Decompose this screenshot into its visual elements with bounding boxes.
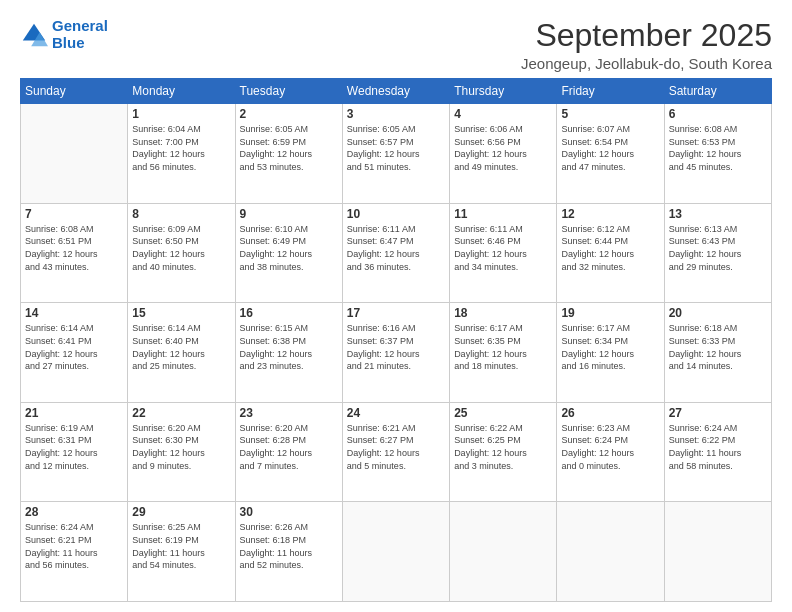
day-info: Sunrise: 6:23 AM Sunset: 6:24 PM Dayligh… — [561, 422, 659, 472]
table-cell: 19Sunrise: 6:17 AM Sunset: 6:34 PM Dayli… — [557, 303, 664, 403]
week-row-2: 7Sunrise: 6:08 AM Sunset: 6:51 PM Daylig… — [21, 203, 772, 303]
day-number: 14 — [25, 306, 123, 320]
day-info: Sunrise: 6:13 AM Sunset: 6:43 PM Dayligh… — [669, 223, 767, 273]
table-cell: 17Sunrise: 6:16 AM Sunset: 6:37 PM Dayli… — [342, 303, 449, 403]
title-block: September 2025 Jeongeup, Jeollabuk-do, S… — [521, 18, 772, 72]
table-cell — [450, 502, 557, 602]
day-info: Sunrise: 6:14 AM Sunset: 6:41 PM Dayligh… — [25, 322, 123, 372]
logo-text: General Blue — [52, 18, 108, 51]
calendar: Sunday Monday Tuesday Wednesday Thursday… — [20, 78, 772, 602]
day-info: Sunrise: 6:05 AM Sunset: 6:57 PM Dayligh… — [347, 123, 445, 173]
table-cell: 8Sunrise: 6:09 AM Sunset: 6:50 PM Daylig… — [128, 203, 235, 303]
day-number: 22 — [132, 406, 230, 420]
day-number: 21 — [25, 406, 123, 420]
day-number: 9 — [240, 207, 338, 221]
day-info: Sunrise: 6:08 AM Sunset: 6:53 PM Dayligh… — [669, 123, 767, 173]
day-number: 5 — [561, 107, 659, 121]
day-number: 17 — [347, 306, 445, 320]
table-cell: 26Sunrise: 6:23 AM Sunset: 6:24 PM Dayli… — [557, 402, 664, 502]
day-number: 20 — [669, 306, 767, 320]
day-number: 19 — [561, 306, 659, 320]
table-cell: 14Sunrise: 6:14 AM Sunset: 6:41 PM Dayli… — [21, 303, 128, 403]
table-cell — [664, 502, 771, 602]
day-info: Sunrise: 6:11 AM Sunset: 6:47 PM Dayligh… — [347, 223, 445, 273]
day-number: 10 — [347, 207, 445, 221]
day-info: Sunrise: 6:19 AM Sunset: 6:31 PM Dayligh… — [25, 422, 123, 472]
day-info: Sunrise: 6:14 AM Sunset: 6:40 PM Dayligh… — [132, 322, 230, 372]
table-cell: 3Sunrise: 6:05 AM Sunset: 6:57 PM Daylig… — [342, 104, 449, 204]
day-info: Sunrise: 6:22 AM Sunset: 6:25 PM Dayligh… — [454, 422, 552, 472]
day-info: Sunrise: 6:17 AM Sunset: 6:35 PM Dayligh… — [454, 322, 552, 372]
logo-icon — [20, 21, 48, 49]
table-cell: 20Sunrise: 6:18 AM Sunset: 6:33 PM Dayli… — [664, 303, 771, 403]
day-info: Sunrise: 6:26 AM Sunset: 6:18 PM Dayligh… — [240, 521, 338, 571]
day-number: 13 — [669, 207, 767, 221]
table-cell: 18Sunrise: 6:17 AM Sunset: 6:35 PM Dayli… — [450, 303, 557, 403]
day-number: 24 — [347, 406, 445, 420]
day-info: Sunrise: 6:09 AM Sunset: 6:50 PM Dayligh… — [132, 223, 230, 273]
table-cell: 23Sunrise: 6:20 AM Sunset: 6:28 PM Dayli… — [235, 402, 342, 502]
day-number: 23 — [240, 406, 338, 420]
day-info: Sunrise: 6:20 AM Sunset: 6:30 PM Dayligh… — [132, 422, 230, 472]
table-cell: 6Sunrise: 6:08 AM Sunset: 6:53 PM Daylig… — [664, 104, 771, 204]
day-info: Sunrise: 6:24 AM Sunset: 6:21 PM Dayligh… — [25, 521, 123, 571]
day-info: Sunrise: 6:18 AM Sunset: 6:33 PM Dayligh… — [669, 322, 767, 372]
table-cell: 27Sunrise: 6:24 AM Sunset: 6:22 PM Dayli… — [664, 402, 771, 502]
day-number: 29 — [132, 505, 230, 519]
day-number: 2 — [240, 107, 338, 121]
table-cell: 1Sunrise: 6:04 AM Sunset: 7:00 PM Daylig… — [128, 104, 235, 204]
day-number: 12 — [561, 207, 659, 221]
day-info: Sunrise: 6:25 AM Sunset: 6:19 PM Dayligh… — [132, 521, 230, 571]
week-row-4: 21Sunrise: 6:19 AM Sunset: 6:31 PM Dayli… — [21, 402, 772, 502]
day-number: 16 — [240, 306, 338, 320]
day-info: Sunrise: 6:10 AM Sunset: 6:49 PM Dayligh… — [240, 223, 338, 273]
day-info: Sunrise: 6:16 AM Sunset: 6:37 PM Dayligh… — [347, 322, 445, 372]
table-cell: 9Sunrise: 6:10 AM Sunset: 6:49 PM Daylig… — [235, 203, 342, 303]
table-cell: 15Sunrise: 6:14 AM Sunset: 6:40 PM Dayli… — [128, 303, 235, 403]
table-cell: 25Sunrise: 6:22 AM Sunset: 6:25 PM Dayli… — [450, 402, 557, 502]
header-sunday: Sunday — [21, 79, 128, 104]
day-number: 27 — [669, 406, 767, 420]
day-info: Sunrise: 6:24 AM Sunset: 6:22 PM Dayligh… — [669, 422, 767, 472]
day-number: 26 — [561, 406, 659, 420]
table-cell: 11Sunrise: 6:11 AM Sunset: 6:46 PM Dayli… — [450, 203, 557, 303]
table-cell: 12Sunrise: 6:12 AM Sunset: 6:44 PM Dayli… — [557, 203, 664, 303]
week-row-3: 14Sunrise: 6:14 AM Sunset: 6:41 PM Dayli… — [21, 303, 772, 403]
day-info: Sunrise: 6:04 AM Sunset: 7:00 PM Dayligh… — [132, 123, 230, 173]
day-number: 11 — [454, 207, 552, 221]
day-info: Sunrise: 6:20 AM Sunset: 6:28 PM Dayligh… — [240, 422, 338, 472]
day-number: 30 — [240, 505, 338, 519]
table-cell: 24Sunrise: 6:21 AM Sunset: 6:27 PM Dayli… — [342, 402, 449, 502]
table-cell: 7Sunrise: 6:08 AM Sunset: 6:51 PM Daylig… — [21, 203, 128, 303]
header: General Blue September 2025 Jeongeup, Je… — [20, 18, 772, 72]
day-number: 28 — [25, 505, 123, 519]
header-wednesday: Wednesday — [342, 79, 449, 104]
header-saturday: Saturday — [664, 79, 771, 104]
table-cell: 28Sunrise: 6:24 AM Sunset: 6:21 PM Dayli… — [21, 502, 128, 602]
table-cell — [342, 502, 449, 602]
day-number: 18 — [454, 306, 552, 320]
day-info: Sunrise: 6:11 AM Sunset: 6:46 PM Dayligh… — [454, 223, 552, 273]
day-number: 6 — [669, 107, 767, 121]
table-cell: 5Sunrise: 6:07 AM Sunset: 6:54 PM Daylig… — [557, 104, 664, 204]
day-number: 4 — [454, 107, 552, 121]
table-cell: 2Sunrise: 6:05 AM Sunset: 6:59 PM Daylig… — [235, 104, 342, 204]
day-info: Sunrise: 6:08 AM Sunset: 6:51 PM Dayligh… — [25, 223, 123, 273]
table-cell: 16Sunrise: 6:15 AM Sunset: 6:38 PM Dayli… — [235, 303, 342, 403]
day-info: Sunrise: 6:21 AM Sunset: 6:27 PM Dayligh… — [347, 422, 445, 472]
month-title: September 2025 — [521, 18, 772, 53]
day-info: Sunrise: 6:15 AM Sunset: 6:38 PM Dayligh… — [240, 322, 338, 372]
table-cell: 4Sunrise: 6:06 AM Sunset: 6:56 PM Daylig… — [450, 104, 557, 204]
location-subtitle: Jeongeup, Jeollabuk-do, South Korea — [521, 55, 772, 72]
day-number: 8 — [132, 207, 230, 221]
table-cell: 21Sunrise: 6:19 AM Sunset: 6:31 PM Dayli… — [21, 402, 128, 502]
table-cell — [21, 104, 128, 204]
week-row-5: 28Sunrise: 6:24 AM Sunset: 6:21 PM Dayli… — [21, 502, 772, 602]
day-number: 1 — [132, 107, 230, 121]
table-cell: 30Sunrise: 6:26 AM Sunset: 6:18 PM Dayli… — [235, 502, 342, 602]
day-number: 3 — [347, 107, 445, 121]
day-info: Sunrise: 6:07 AM Sunset: 6:54 PM Dayligh… — [561, 123, 659, 173]
table-cell: 22Sunrise: 6:20 AM Sunset: 6:30 PM Dayli… — [128, 402, 235, 502]
header-tuesday: Tuesday — [235, 79, 342, 104]
day-number: 15 — [132, 306, 230, 320]
